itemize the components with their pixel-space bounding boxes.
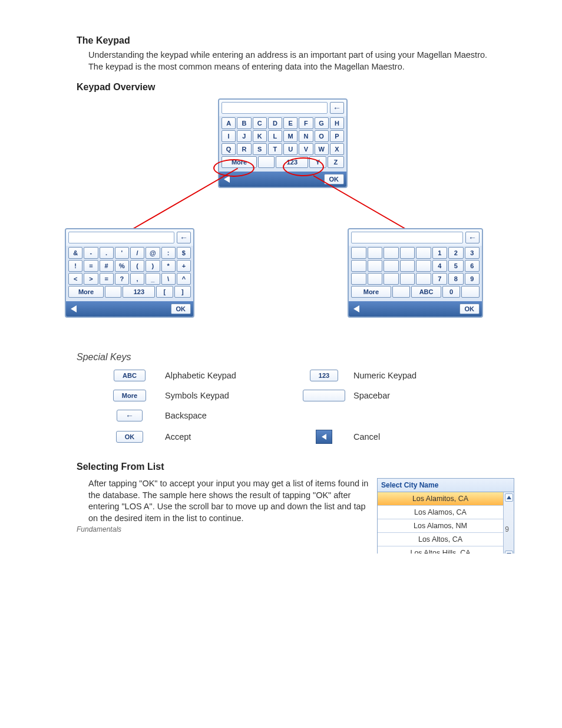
o-key[interactable]: O: [315, 130, 329, 142]
u-key[interactable]: U: [283, 143, 297, 155]
left-bracket-key[interactable]: [: [156, 286, 173, 298]
%-key[interactable]: %: [115, 260, 129, 272]
:-key[interactable]: :: [161, 247, 176, 259]
backspace-key[interactable]: ←: [177, 232, 191, 243]
r-key[interactable]: R: [237, 143, 251, 155]
list-item[interactable]: Los Alamos, CA: [378, 506, 503, 519]
g-key[interactable]: G: [315, 117, 329, 129]
blank-key[interactable]: [368, 273, 383, 285]
w-key[interactable]: W: [315, 143, 329, 155]
<-key[interactable]: <: [68, 273, 82, 285]
blank-key[interactable]: [400, 273, 415, 285]
x-key[interactable]: X: [330, 143, 344, 155]
m-key[interactable]: M: [283, 130, 297, 142]
blank-key[interactable]: [416, 260, 431, 272]
cancel-icon[interactable]: [71, 305, 77, 312]
y-key[interactable]: Y: [309, 156, 326, 168]
=-key[interactable]: =: [84, 260, 98, 272]
h-key[interactable]: H: [330, 117, 344, 129]
blank-key[interactable]: [351, 260, 366, 272]
z-key[interactable]: Z: [328, 156, 344, 168]
blank-key[interactable]: [384, 247, 399, 259]
^-key[interactable]: ^: [177, 273, 191, 285]
3-key[interactable]: 3: [465, 247, 480, 259]
backspace-key[interactable]: ←: [330, 102, 344, 114]
blank-key[interactable]: [384, 273, 399, 285]
l-key[interactable]: L: [268, 130, 282, 142]
?-key[interactable]: ?: [115, 273, 129, 285]
ok-button[interactable]: OK: [459, 304, 480, 314]
alpha-input-field[interactable]: [222, 102, 328, 114]
blank-key[interactable]: [368, 247, 383, 259]
i-key[interactable]: I: [222, 130, 236, 142]
(-key[interactable]: (: [130, 260, 144, 272]
,-key[interactable]: ,: [130, 273, 144, 285]
p-key[interactable]: P: [330, 130, 344, 142]
_-key[interactable]: _: [146, 273, 160, 285]
>-key[interactable]: >: [84, 273, 98, 285]
)-key[interactable]: ): [146, 260, 160, 272]
!-key[interactable]: !: [68, 260, 82, 272]
blank-key[interactable]: [416, 273, 431, 285]
c-key[interactable]: C: [253, 117, 267, 129]
5-key[interactable]: 5: [448, 260, 464, 272]
a-key[interactable]: A: [222, 117, 236, 129]
blank-key[interactable]: [416, 247, 431, 259]
'-key[interactable]: ': [115, 247, 129, 259]
&-key[interactable]: &: [68, 247, 82, 259]
q-key[interactable]: Q: [222, 143, 236, 155]
blank-key[interactable]: [461, 286, 480, 298]
1-key[interactable]: 1: [432, 247, 448, 259]
space-key[interactable]: [258, 156, 275, 168]
space-key[interactable]: [392, 286, 411, 298]
t-key[interactable]: T: [268, 143, 282, 155]
more-key[interactable]: More: [351, 286, 391, 298]
scrollbar[interactable]: [503, 492, 514, 554]
right-bracket-key[interactable]: ]: [174, 286, 191, 298]
abc-mode-key[interactable]: ABC: [411, 286, 441, 298]
s-key[interactable]: S: [253, 143, 267, 155]
scroll-up-button[interactable]: [505, 493, 513, 502]
\-key[interactable]: \: [161, 273, 176, 285]
blank-key[interactable]: [400, 260, 415, 272]
blank-key[interactable]: [384, 260, 399, 272]
+-key[interactable]: +: [177, 260, 191, 272]
9-key[interactable]: 9: [465, 273, 480, 285]
zero-key[interactable]: 0: [442, 286, 461, 298]
num-input-field[interactable]: [351, 232, 463, 243]
.-key[interactable]: .: [100, 247, 114, 259]
$-key[interactable]: $: [177, 247, 191, 259]
cancel-icon[interactable]: [224, 176, 230, 183]
8-key[interactable]: 8: [448, 273, 464, 285]
blank-key[interactable]: [351, 273, 366, 285]
blank-key[interactable]: [368, 260, 383, 272]
space-key[interactable]: [105, 286, 121, 298]
*-key[interactable]: *: [161, 260, 176, 272]
n-key[interactable]: N: [299, 130, 313, 142]
cancel-icon[interactable]: [353, 305, 359, 312]
/-key[interactable]: /: [130, 247, 144, 259]
list-item[interactable]: Los Altos Hills, CA: [378, 546, 503, 554]
list-item[interactable]: Los Alamitos, CA: [378, 492, 503, 506]
sym-input-field[interactable]: [68, 232, 174, 243]
more-key[interactable]: More: [222, 156, 257, 168]
numeric-mode-key[interactable]: 123: [123, 286, 155, 298]
6-key[interactable]: 6: [465, 260, 480, 272]
blank-key[interactable]: [400, 247, 415, 259]
k-key[interactable]: K: [253, 130, 267, 142]
=-key[interactable]: =: [100, 273, 114, 285]
more-key[interactable]: More: [68, 286, 104, 298]
e-key[interactable]: E: [283, 117, 297, 129]
f-key[interactable]: F: [299, 117, 313, 129]
numeric-mode-key[interactable]: 123: [276, 156, 308, 168]
blank-key[interactable]: [351, 247, 366, 259]
ok-button[interactable]: OK: [171, 304, 191, 314]
#-key[interactable]: #: [100, 260, 114, 272]
list-item[interactable]: Los Altos, CA: [378, 533, 503, 546]
v-key[interactable]: V: [299, 143, 313, 155]
7-key[interactable]: 7: [432, 273, 448, 285]
j-key[interactable]: J: [237, 130, 251, 142]
@-key[interactable]: @: [146, 247, 160, 259]
d-key[interactable]: D: [268, 117, 282, 129]
4-key[interactable]: 4: [432, 260, 448, 272]
